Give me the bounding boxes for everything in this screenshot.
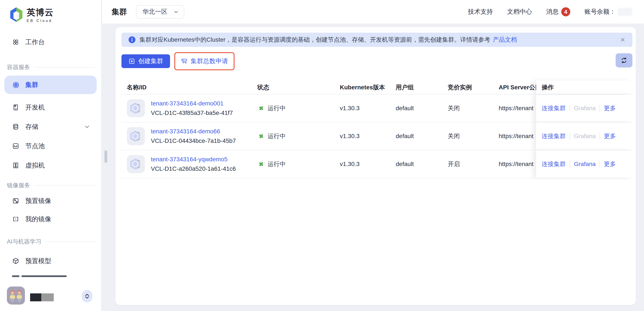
- section-divider: [35, 185, 95, 186]
- api-server-url: https://tenant: [499, 161, 536, 168]
- cluster-id: VCL-D1C-04434bce-7a1b-45b7: [151, 137, 236, 144]
- more-link[interactable]: 更多: [604, 132, 616, 140]
- sidebar-item-cluster[interactable]: 集群: [4, 76, 97, 94]
- user-group: default: [396, 161, 448, 168]
- messages-badge: 4: [561, 7, 570, 16]
- workbench-icon: [12, 38, 19, 46]
- cluster-icon: [127, 155, 145, 173]
- more-link[interactable]: 更多: [604, 160, 616, 168]
- k8s-version: v1.30.3: [340, 133, 396, 140]
- annotation-highlight-box: 集群总数申请: [174, 52, 234, 70]
- chevron-down-icon: [84, 123, 90, 130]
- chevron-down-icon: [173, 9, 179, 15]
- server-plus-icon: [181, 58, 188, 65]
- action-separator: [600, 161, 600, 168]
- sidebar-item-partial: [12, 275, 76, 279]
- brand-logo-icon: [9, 6, 24, 23]
- messages-link[interactable]: 消息 4: [546, 7, 570, 16]
- node-pool-icon: [12, 142, 19, 150]
- dev-machine-icon: [12, 104, 19, 111]
- create-cluster-button[interactable]: 创建集群: [122, 54, 170, 68]
- cluster-name-link[interactable]: tenant-37343164-demo66: [151, 128, 220, 135]
- table-row: tenant-37343164-demo66 VCL-D1C-04434bce-…: [122, 122, 632, 150]
- section-divider: [35, 67, 95, 67]
- avatar[interactable]: [7, 287, 25, 305]
- docs-link[interactable]: 文档中心: [507, 7, 532, 16]
- table-header-row: 名称/ID 状态 Kubernetes版本 用户组 竞价实例 API Serve…: [122, 80, 632, 94]
- support-link[interactable]: 技术支持: [468, 7, 493, 16]
- action-separator: [600, 133, 600, 140]
- col-header-group: 用户组: [396, 83, 448, 91]
- cluster-quota-request-button[interactable]: 集群总数申请: [176, 54, 232, 68]
- info-icon: [128, 36, 136, 44]
- preset-model-icon: [12, 257, 19, 265]
- cluster-name-link[interactable]: tenant-37343164-yqwdemo5: [151, 156, 228, 163]
- running-fan-icon: [257, 160, 265, 168]
- my-image-icon: [12, 215, 19, 223]
- product-docs-link[interactable]: 产品文档: [493, 36, 517, 44]
- sidebar-item-label: 存储: [25, 122, 38, 131]
- user-group: default: [396, 105, 448, 112]
- k8s-version: v1.30.3: [340, 161, 396, 168]
- status-text: 运行中: [268, 160, 286, 168]
- kubernetes-icon: [12, 81, 19, 88]
- cluster-name-link[interactable]: tenant-37343164-demo001: [151, 100, 224, 107]
- grafana-link: Grafana: [574, 133, 596, 140]
- col-header-status: 状态: [257, 83, 340, 91]
- create-cluster-label: 创建集群: [138, 57, 163, 65]
- brand-logo: 英博云 EB Cloud: [9, 6, 54, 23]
- sidebar-item-label: 预置镜像: [25, 197, 51, 205]
- connect-cluster-link[interactable]: 连接集群: [542, 160, 566, 168]
- sidebar-item-vm[interactable]: 虚拟机: [4, 159, 97, 171]
- section-title: 镜像服务: [7, 182, 30, 189]
- running-fan-icon: [257, 132, 265, 140]
- username-redacted-dark: [30, 293, 41, 301]
- col-header-api-server: API Server公网: [499, 83, 536, 91]
- grafana-link: Grafana: [574, 105, 596, 112]
- username-redacted-gray: [41, 293, 54, 301]
- sidebar-item-storage[interactable]: 存储: [4, 121, 97, 133]
- sidebar-item-preset-model[interactable]: 预置模型: [4, 255, 97, 267]
- connect-cluster-link[interactable]: 连接集群: [542, 132, 566, 140]
- balance-value-redacted: [618, 8, 632, 16]
- brand-subtitle: EB Cloud: [27, 19, 54, 23]
- connect-cluster-link[interactable]: 连接集群: [542, 104, 566, 112]
- cluster-icon: [127, 127, 145, 145]
- more-link[interactable]: 更多: [604, 104, 616, 112]
- sidebar-item-dev-machine[interactable]: 开发机: [4, 101, 97, 113]
- cluster-id: VCL-D1C-a260a520-1a61-41c6: [151, 165, 236, 172]
- col-header-actions: 操作: [536, 80, 632, 94]
- api-server-url: https://tenant: [499, 105, 536, 112]
- action-separator: [570, 161, 570, 168]
- region-select[interactable]: 华北一区: [136, 5, 184, 18]
- sidebar-item-workbench[interactable]: 工作台: [4, 36, 97, 48]
- sidebar-item-label: 虚拟机: [25, 161, 45, 170]
- sidebar-item-label: 节点池: [25, 142, 45, 151]
- status-text: 运行中: [268, 132, 286, 140]
- api-server-url: https://tenant: [499, 133, 536, 140]
- close-icon[interactable]: [620, 36, 626, 43]
- sidebar-item-node-pool[interactable]: 节点池: [4, 140, 97, 152]
- action-separator: [570, 133, 570, 140]
- col-header-version: Kubernetes版本: [340, 83, 396, 91]
- sidebar-item-preset-image[interactable]: 预置镜像: [4, 195, 97, 207]
- table-row: tenant-37343164-yqwdemo5 VCL-D1C-a260a52…: [122, 150, 632, 178]
- region-select-value: 华北一区: [142, 7, 168, 16]
- balance-label: 账号余额：: [584, 7, 616, 16]
- balance: 账号余额：: [584, 7, 632, 16]
- plus-square-icon: [128, 58, 135, 65]
- cluster-quota-request-label: 集群总数申请: [191, 57, 228, 65]
- spot-instance: 关闭: [448, 104, 499, 112]
- messages-label: 消息: [546, 7, 559, 16]
- section-title: 容器服务: [7, 63, 30, 71]
- sidebar-item-label: 集群: [25, 80, 38, 89]
- topbar: 集群 华北一区 技术支持 文档中心 消息 4 账号余额：: [102, 0, 644, 24]
- refresh-button[interactable]: [616, 53, 632, 67]
- sidebar-scrollbar-thumb[interactable]: [104, 150, 107, 163]
- sidebar-section-container: AI与机器学习: [7, 238, 95, 245]
- account-switcher-button[interactable]: [82, 290, 92, 303]
- sidebar-item-my-image[interactable]: 我的镜像: [4, 213, 97, 225]
- k8s-version: v1.30.3: [340, 105, 396, 112]
- grafana-link[interactable]: Grafana: [574, 161, 596, 168]
- sidebar-section-container: 镜像服务: [7, 182, 95, 189]
